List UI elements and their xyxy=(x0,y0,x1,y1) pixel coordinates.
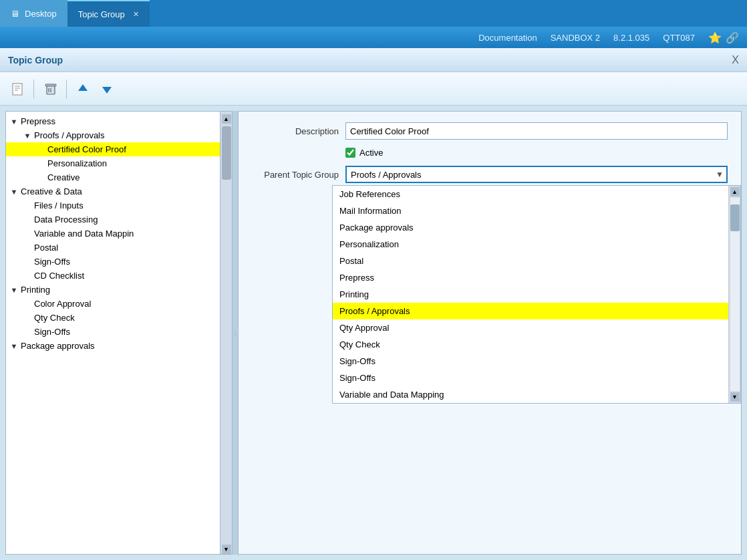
page-title: Topic Group xyxy=(8,55,63,65)
new-icon xyxy=(11,82,24,96)
move-up-button[interactable] xyxy=(72,78,94,100)
toolbar-separator-2 xyxy=(66,80,67,98)
user-label: QTT087 xyxy=(663,33,695,43)
description-input[interactable] xyxy=(345,122,728,140)
dropdown-list: Job ReferencesMail InformationPackage ap… xyxy=(332,185,741,404)
dropdown-item[interactable]: Postal xyxy=(333,253,728,269)
dropdown-item[interactable]: Mail Information xyxy=(333,202,728,219)
link-icon[interactable]: 🔗 xyxy=(726,31,739,44)
svg-rect-5 xyxy=(45,84,56,86)
svg-marker-9 xyxy=(102,87,112,94)
left-panel: ▼ Prepress ▼ Proofs / Approvals Certifie… xyxy=(5,111,233,555)
tab-close-icon[interactable]: ✕ xyxy=(133,10,139,19)
dropdown-thumb xyxy=(730,204,740,231)
new-button[interactable] xyxy=(7,78,28,100)
right-panel: Description Active Parent Topic Group Pr… xyxy=(238,111,742,555)
parent-topic-row: Parent Topic Group Proofs / Approvals ▼ xyxy=(252,166,728,183)
tab-desktop-label: Desktop xyxy=(25,9,57,19)
tab-desktop[interactable]: 🖥 Desktop xyxy=(0,0,67,27)
tree-scrollbar[interactable]: ▲ ▼ xyxy=(220,112,232,554)
toolbar-separator-1 xyxy=(33,80,34,98)
move-down-button[interactable] xyxy=(96,78,118,100)
tree-item[interactable]: ▼ Package approvals xyxy=(6,339,220,353)
documentation-link[interactable]: Documentation xyxy=(478,33,537,43)
tree-item[interactable]: Color Approval xyxy=(6,297,220,311)
dropdown-item[interactable]: Package approvals xyxy=(333,219,728,236)
dropdown-item[interactable]: Qty Approval xyxy=(333,319,728,336)
description-row: Description xyxy=(252,122,728,140)
delete-button[interactable] xyxy=(39,78,61,100)
delete-icon xyxy=(43,82,57,96)
dropdown-scroll-down[interactable]: ▼ xyxy=(730,392,740,402)
parent-topic-dropdown-wrapper: Proofs / Approvals ▼ xyxy=(345,166,728,183)
tree-item[interactable]: Sign-Offs xyxy=(6,325,220,339)
window-close-button[interactable]: X xyxy=(732,54,739,66)
tree-item[interactable]: Sign-Offs xyxy=(6,255,220,269)
tree-item[interactable]: Qty Check xyxy=(6,311,220,325)
active-checkbox[interactable] xyxy=(345,148,355,158)
scroll-down-arrow[interactable]: ▼ xyxy=(222,545,231,554)
dropdown-item[interactable]: Personalization xyxy=(333,236,728,253)
title-bar-right: X xyxy=(732,54,739,66)
svg-marker-8 xyxy=(78,84,88,91)
dropdown-item[interactable]: Sign-Offs xyxy=(333,353,728,370)
tree-item[interactable]: ▼ Prepress xyxy=(6,114,220,128)
tree-item[interactable]: ▼ Creative & Data xyxy=(6,184,220,198)
tree-item[interactable]: Variable and Data Mappin xyxy=(6,227,220,241)
dropdown-item[interactable]: Prepress xyxy=(333,269,728,286)
tab-topic-group-label: Topic Group xyxy=(78,9,125,19)
dropdown-item[interactable]: Variable and Data Mapping xyxy=(333,386,728,403)
dropdown-list-inner[interactable]: Job ReferencesMail InformationPackage ap… xyxy=(333,186,728,403)
header-bar: Documentation SANDBOX 2 8.2.1.035 QTT087… xyxy=(0,27,747,48)
header-icons: ⭐ 🔗 xyxy=(708,31,739,44)
svg-rect-0 xyxy=(13,84,22,95)
tab-bar: 🖥 Desktop Topic Group ✕ xyxy=(0,0,747,27)
star-icon[interactable]: ⭐ xyxy=(708,31,722,44)
sandbox-label: SANDBOX 2 xyxy=(551,33,600,43)
tree-item[interactable]: Data Processing xyxy=(6,213,220,227)
tree-item[interactable]: Postal xyxy=(6,241,220,255)
tree-item[interactable]: Personalization xyxy=(6,156,220,170)
dropdown-item[interactable]: Qty Check xyxy=(333,336,728,353)
tree-item[interactable]: Creative xyxy=(6,170,220,184)
move-down-icon xyxy=(100,82,114,96)
tree-item[interactable]: ▼ Proofs / Approvals xyxy=(6,128,220,142)
parent-topic-select[interactable]: Proofs / Approvals xyxy=(345,166,728,183)
move-up-icon xyxy=(76,82,90,96)
tree-item[interactable]: CD Checklist xyxy=(6,269,220,283)
active-label: Active xyxy=(359,148,383,158)
toolbar xyxy=(0,72,747,106)
scroll-up-arrow[interactable]: ▲ xyxy=(222,114,231,124)
scrollbar-thumb xyxy=(222,126,231,180)
dropdown-thumb-area xyxy=(730,198,740,391)
active-row: Active xyxy=(345,148,728,158)
tree-scroll[interactable]: ▼ Prepress ▼ Proofs / Approvals Certifie… xyxy=(6,112,220,554)
dropdown-item[interactable]: Printing xyxy=(333,286,728,303)
description-label: Description xyxy=(252,126,339,136)
tab-topic-group[interactable]: Topic Group ✕ xyxy=(67,0,150,27)
dropdown-item[interactable]: Proofs / Approvals xyxy=(333,303,728,319)
desktop-icon: 🖥 xyxy=(11,9,19,19)
title-bar: Topic Group X xyxy=(0,48,747,72)
version-label: 8.2.1.035 xyxy=(613,33,649,43)
tree-item[interactable]: ▼ Printing xyxy=(6,283,220,297)
dropdown-item[interactable]: Job References xyxy=(333,186,728,202)
dropdown-item[interactable]: Sign-Offs xyxy=(333,370,728,386)
dropdown-scrollbar: ▲ ▼ xyxy=(728,186,740,403)
tree-item[interactable]: Certified Color Proof xyxy=(6,142,220,156)
main-area: ▼ Prepress ▼ Proofs / Approvals Certifie… xyxy=(0,106,747,555)
dropdown-scroll-up[interactable]: ▲ xyxy=(730,187,740,196)
tree-item[interactable]: Files / Inputs xyxy=(6,198,220,213)
panel-resizer[interactable]: ⋮ xyxy=(233,111,238,555)
parent-topic-label: Parent Topic Group xyxy=(252,170,339,180)
